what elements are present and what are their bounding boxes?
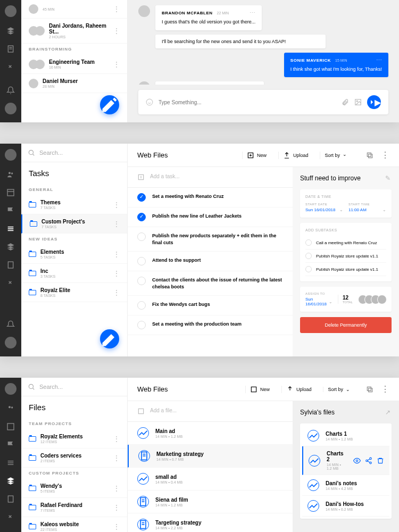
upload-button[interactable]: Upload	[281, 386, 316, 393]
doc-icon[interactable]	[6, 495, 15, 503]
file-item[interactable]: small ad14 MIN • 0.4 MB	[128, 468, 293, 491]
profile-avatar[interactable]	[5, 337, 16, 348]
task-item[interactable]: Publish the new products separately + ed…	[128, 227, 293, 252]
more-icon[interactable]: ⋮	[381, 384, 389, 394]
assign-select[interactable]: Sun 16/01/2018⌄	[305, 297, 332, 306]
add-file-input[interactable]: Add a file...	[128, 401, 293, 422]
share-icon[interactable]	[365, 457, 372, 464]
bell-icon[interactable]	[6, 86, 15, 95]
task-item[interactable]: Fix the Wendys cart bugs	[128, 296, 293, 315]
checkbox[interactable]	[137, 257, 146, 265]
sidebar-item[interactable]: Rafael Ferdinard7 ITEMS⋮	[21, 498, 127, 517]
stack-icon[interactable]	[6, 477, 15, 485]
flag-icon[interactable]	[6, 440, 15, 449]
message-input[interactable]	[159, 99, 336, 105]
time-select[interactable]: 11:00 AM⌄	[348, 207, 386, 212]
subtask-item[interactable]: Publish Royalz store update v1.1	[305, 263, 386, 276]
more-icon[interactable]: ⋯	[250, 10, 255, 16]
sidebar-item[interactable]: Royalz Elite8 TASKS⋮	[21, 283, 127, 302]
chat-list-item[interactable]: Engineering Team16 MIN ⋮	[21, 55, 127, 74]
doc-icon[interactable]	[6, 45, 15, 53]
sidebar-item[interactable]: Inc3 TASKS⋮	[21, 264, 127, 283]
task-item[interactable]: Set a meeting with Renato Cruz	[128, 188, 293, 207]
sidebar-item[interactable]: Kaleos website22 ITEMS⋮	[21, 517, 127, 532]
add-task-input[interactable]: Add a task...	[128, 167, 293, 188]
more-icon[interactable]: ⋮	[113, 27, 120, 35]
search-bar[interactable]: Search...	[21, 144, 127, 162]
more-icon[interactable]: ⋮	[113, 201, 120, 209]
task-item[interactable]: Publish the new line of Leather Jackets	[128, 207, 293, 227]
bell-icon[interactable]	[6, 320, 15, 329]
more-icon[interactable]: ⋮	[113, 454, 120, 462]
upload-button[interactable]: Upload	[278, 152, 313, 159]
checkbox[interactable]	[137, 193, 146, 202]
list-icon[interactable]	[6, 225, 15, 233]
file-item[interactable]: Siena ad film14 MIN • 1.2 MB	[128, 491, 293, 513]
expand-icon[interactable]: ↗	[385, 409, 392, 416]
user-avatar[interactable]	[5, 5, 16, 17]
more-icon[interactable]: ⋮	[113, 270, 120, 277]
more-icon[interactable]: ⋮	[113, 220, 120, 228]
stack-icon[interactable]	[6, 243, 15, 251]
checkbox[interactable]	[137, 321, 146, 329]
more-icon[interactable]: ⋮	[113, 61, 120, 68]
sidebar-item[interactable]: Elements5 TASKS⋮	[21, 245, 127, 264]
chat-list-item[interactable]: 45 MIN ⋮	[21, 0, 127, 19]
image-icon[interactable]	[354, 98, 362, 106]
profile-avatar[interactable]	[5, 103, 16, 114]
flag-icon[interactable]	[6, 206, 15, 215]
sort-button[interactable]: Sort by⌄	[323, 387, 354, 392]
tools-icon[interactable]	[6, 279, 15, 287]
task-item[interactable]: Attend to the support	[128, 252, 293, 271]
add-fab[interactable]	[100, 329, 119, 348]
new-button[interactable]: New	[242, 152, 271, 159]
task-item[interactable]: Set a meeting with the production team	[128, 315, 293, 335]
tools-icon[interactable]	[6, 513, 15, 521]
chat-list-item[interactable]: Daniel Murser28 MIN	[21, 74, 127, 93]
sidebar-item[interactable]: Themes7 TASKS⋮	[21, 195, 127, 214]
more-icon[interactable]: ⋮	[113, 485, 120, 492]
sidebar-item[interactable]: Royalz Elements12 ITEMS⋮	[21, 429, 127, 448]
checkbox[interactable]	[137, 232, 146, 241]
sidebar-item[interactable]: Wendy's5 ITEMS⋮	[21, 479, 127, 498]
more-icon[interactable]: ⋮	[381, 150, 389, 160]
checkbox[interactable]	[137, 213, 146, 221]
more-icon[interactable]: ⋮	[113, 504, 120, 511]
sort-button[interactable]: Sort by⌄	[320, 152, 354, 159]
list-icon[interactable]	[6, 459, 15, 467]
more-icon[interactable]: ⋮	[113, 435, 120, 443]
eye-icon[interactable]	[353, 457, 361, 464]
tools-icon[interactable]	[6, 63, 15, 71]
file-item[interactable]: Charts 214 MIN • 1.2 MB	[302, 446, 389, 475]
sidebar-item[interactable]: Custom Project's7 TASKS⋮	[21, 214, 127, 234]
people-icon[interactable]	[6, 404, 15, 413]
checkbox[interactable]	[305, 266, 312, 272]
attach-icon[interactable]	[342, 98, 349, 106]
compose-fab[interactable]	[100, 95, 119, 114]
board-icon[interactable]	[6, 188, 15, 197]
subtask-item[interactable]: Call a meeting with Renato Cruz	[305, 236, 386, 250]
emoji-icon[interactable]	[146, 98, 153, 106]
file-item[interactable]: Marketing strategy14 MIN • 6.7 MB	[128, 445, 293, 468]
chat-list-item[interactable]: Dani Jordans, Raheem St...2 HOURS ⋮	[21, 19, 127, 44]
copy-icon[interactable]	[366, 152, 373, 159]
people-icon[interactable]	[6, 170, 15, 179]
new-button[interactable]: New	[245, 386, 274, 393]
trash-icon[interactable]	[377, 457, 384, 464]
file-item[interactable]: Dani's notes14 MIN • 4.2 MB	[302, 475, 389, 496]
search-bar[interactable]: Search...	[21, 378, 127, 396]
date-select[interactable]: Sun 16/01/2018⌄	[305, 207, 343, 212]
send-button[interactable]: ▶	[367, 95, 381, 109]
checkbox[interactable]	[305, 239, 312, 246]
more-icon[interactable]: ⋮	[113, 5, 120, 13]
copy-icon[interactable]	[366, 386, 373, 393]
checkbox[interactable]	[137, 301, 146, 310]
board-icon[interactable]	[6, 422, 15, 431]
sidebar-item[interactable]: Coders services2 ITEMS⋮	[21, 448, 127, 468]
file-item[interactable]: Targeting strategy14 MIN • 2.2 MB	[128, 513, 293, 532]
file-item[interactable]: Main ad14 MIN • 1.2 MB	[128, 422, 293, 445]
subtask-item[interactable]: Publish Royalz store update v1.1	[305, 250, 386, 263]
checkbox[interactable]	[305, 253, 312, 259]
more-icon[interactable]: ⋮	[113, 251, 120, 258]
file-item[interactable]: Charts 114 MIN • 1.2 MB	[302, 426, 389, 446]
